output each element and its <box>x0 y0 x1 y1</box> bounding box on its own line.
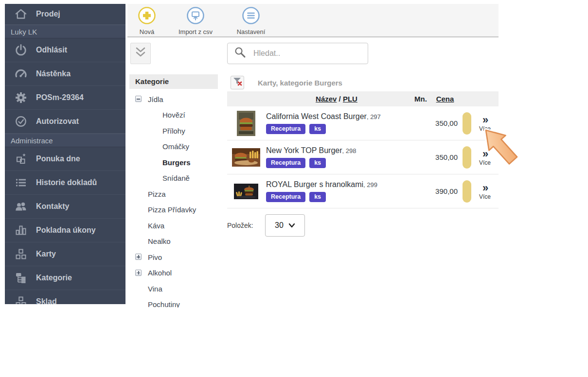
sidebar-item-historie-dokladu[interactable]: Historie dokladů <box>5 171 125 195</box>
product-name: New York TOP Burger, 298 <box>266 146 356 154</box>
product-info: California West Coast Burger, 297 Recept… <box>266 112 416 134</box>
import-csv-label: Import z csv <box>178 28 213 35</box>
more-label: Více <box>475 126 495 132</box>
upload-circle-icon <box>186 6 205 27</box>
settings-button[interactable]: Nastavení <box>231 6 271 35</box>
sidebar-item-label: Karty <box>36 250 56 258</box>
plus-circle-icon <box>138 6 156 27</box>
sidebar-item-label: Kategorie <box>36 274 72 282</box>
bar-chart-icon <box>14 224 28 237</box>
home-icon <box>14 8 28 20</box>
product-plu: 298 <box>346 147 356 154</box>
recipe-badge: Receptura <box>266 124 305 134</box>
sort-by-name-link[interactable]: Název <box>316 95 337 103</box>
product-plu: 297 <box>370 113 381 120</box>
collapse-minus-icon[interactable] <box>135 96 142 102</box>
more-button[interactable]: » Více <box>475 115 495 132</box>
header-separator: / <box>337 95 343 103</box>
category-item-jidla[interactable]: Jídla <box>129 91 218 107</box>
import-csv-button[interactable]: Import z csv <box>173 6 218 35</box>
product-name: California West Coast Burger, 297 <box>266 112 381 120</box>
sidebar-item-label: Pokladna úkony <box>36 226 96 235</box>
recipe-badge: Receptura <box>266 158 305 168</box>
product-plu: 299 <box>367 181 377 188</box>
double-chevron-down-icon <box>134 46 147 61</box>
search-input[interactable] <box>252 49 368 58</box>
clear-filter-button[interactable] <box>231 76 244 89</box>
category-item-pivo[interactable]: Pivo <box>129 249 218 265</box>
more-button[interactable]: » Více <box>475 149 495 166</box>
quantity-column-header: Mn. <box>410 91 431 106</box>
results-title: Karty, kategorie Burgers <box>258 79 342 87</box>
sidebar-section-user: Luky LK <box>5 25 125 38</box>
collapse-panel-button[interactable] <box>130 43 151 64</box>
chevrons-more-icon: » <box>475 183 495 193</box>
app-window: Prodej Luky LK Odhlásit Nástěnka <box>0 0 588 377</box>
category-item-snidane[interactable]: Snídaně <box>129 171 218 187</box>
blocks-icon <box>14 248 28 260</box>
category-item-omacky[interactable]: Omáčky <box>129 139 218 155</box>
sidebar-item-pokladna-ukony[interactable]: Pokladna úkony <box>5 219 125 242</box>
category-item-burgers-selected[interactable]: Burgers <box>129 154 218 171</box>
table-row: New York TOP Burger, 298 Receptura ks 35… <box>227 140 499 174</box>
category-tree: Jídla Hovězí Přílohy Omáčky Burgers Sníd… <box>129 89 218 308</box>
product-price: 350,00 <box>416 119 458 127</box>
sidebar-item-kategorie[interactable]: Kategorie <box>5 266 125 290</box>
sidebar-item-ponuka-dne[interactable]: Ponuka dne <box>5 147 125 171</box>
sidebar: Prodej Luky LK Odhlásit Nástěnka <box>5 4 125 304</box>
category-item-pizza[interactable]: Pizza <box>129 186 218 202</box>
search-box <box>227 43 368 64</box>
settings-label: Nastavení <box>237 28 266 35</box>
chevron-down-icon <box>288 221 295 230</box>
product-photo <box>232 111 260 136</box>
sidebar-item-karty[interactable]: Karty <box>5 242 125 266</box>
more-label: Více <box>475 160 495 166</box>
unit-badge: ks <box>309 192 326 202</box>
category-item-vina[interactable]: Vina <box>129 281 218 297</box>
new-card-button[interactable]: Nová <box>131 6 162 35</box>
expand-plus-icon[interactable] <box>135 254 142 260</box>
sidebar-item-label: Sklad <box>36 297 57 304</box>
sidebar-item-prodej[interactable]: Prodej <box>5 4 125 25</box>
people-icon <box>14 200 28 213</box>
list-icon <box>14 176 28 189</box>
expand-plus-icon[interactable] <box>135 270 142 276</box>
sidebar-item-sklad[interactable]: Sklad <box>5 290 125 304</box>
sort-by-plu-link[interactable]: PLU <box>343 95 357 103</box>
sidebar-item-label: Prodej <box>36 10 60 18</box>
category-item-pizza-pridavky[interactable]: Pizza Přídavky <box>129 202 218 218</box>
sidebar-item-nastenka[interactable]: Nástěnka <box>5 62 125 86</box>
category-panel-title: Kategorie <box>129 74 218 89</box>
category-item-alkohol[interactable]: Alkohol <box>129 265 218 281</box>
category-item-nealko[interactable]: Nealko <box>129 234 218 250</box>
product-photo <box>232 148 260 167</box>
sidebar-item-label: POSm-29364 <box>36 93 84 102</box>
table-row: California West Coast Burger, 297 Recept… <box>227 106 499 140</box>
menu-circle-icon <box>242 6 260 27</box>
sidebar-item-label: Kontakty <box>36 202 69 211</box>
more-label: Více <box>475 194 495 200</box>
offer-star-icon <box>14 153 28 165</box>
cards-table: Název / PLU Mn. Cena <box>227 91 499 208</box>
product-name: ROYAL Burger s hranolkami, 299 <box>266 180 377 188</box>
table-row: ROYAL Burger s hranolkami, 299 Receptura… <box>227 174 499 208</box>
category-item-kava[interactable]: Káva <box>129 218 218 234</box>
items-per-page-label: Položek: <box>227 222 260 229</box>
pager: Položek: 30 <box>227 214 305 237</box>
sidebar-item-autorizovat[interactable]: Autorizovat <box>5 110 125 134</box>
category-item-pochutiny[interactable]: Pochutiny <box>129 297 218 308</box>
category-panel: Kategorie Jídla Hovězí Přílohy Omáčky Bu… <box>129 74 218 308</box>
sidebar-item-posm[interactable]: POSm-29364 <box>5 86 125 110</box>
category-item-prilohy[interactable]: Přílohy <box>129 123 218 139</box>
category-item-hovezi[interactable]: Hovězí <box>129 107 218 123</box>
sort-by-price-link[interactable]: Cena <box>436 95 454 103</box>
chevrons-more-icon: » <box>475 149 495 159</box>
unit-badge: ks <box>309 124 326 134</box>
items-per-page-select[interactable]: 30 <box>265 214 305 237</box>
sidebar-item-label: Nástěnka <box>36 69 71 78</box>
sidebar-item-label: Ponuka dne <box>36 154 80 163</box>
more-button[interactable]: » Více <box>475 183 495 200</box>
sidebar-item-label: Autorizovat <box>36 117 79 126</box>
sidebar-item-kontakty[interactable]: Kontakty <box>5 195 125 219</box>
sidebar-item-odhlasit[interactable]: Odhlásit <box>5 38 125 62</box>
